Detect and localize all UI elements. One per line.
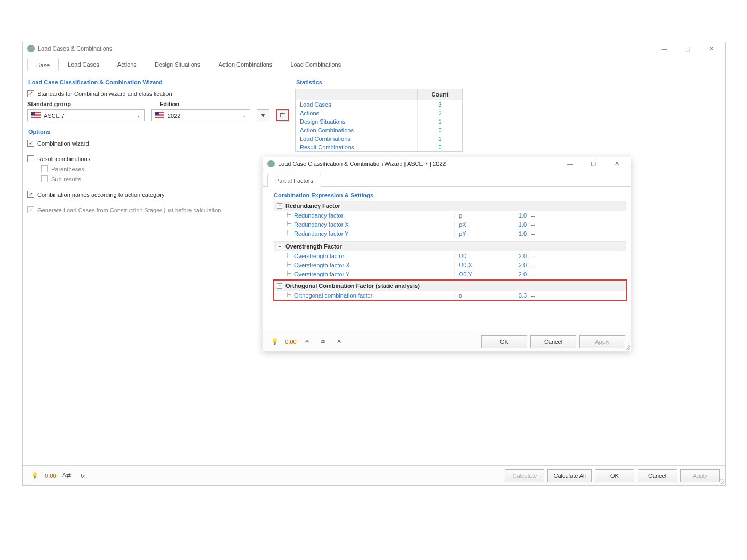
sub-results-row: Sub-results <box>27 174 289 184</box>
flag-us-icon <box>31 112 41 118</box>
main-titlebar: Load Cases & Combinations — ▢ ✕ <box>23 42 725 55</box>
cancel-button[interactable]: Cancel <box>638 469 677 482</box>
standard-dropdown-row: ASCE 7 ⌄ 2022 ⌄ ▼ 🗔 <box>27 109 289 121</box>
edition-dropdown[interactable]: 2022 ⌄ <box>151 109 250 121</box>
delete-icon[interactable]: ✕ <box>332 336 345 348</box>
new-icon[interactable]: ✳ <box>300 336 313 348</box>
stats-title: Statistics <box>295 76 463 89</box>
standards-checkbox-row[interactable]: Standards for Combination wizard and cla… <box>27 89 289 99</box>
statistics-table: Count Load Cases3 Actions2 Design Situat… <box>295 89 463 152</box>
standards-label: Standards for Combination wizard and cla… <box>37 91 172 97</box>
sub-window-title: Load Case Classification & Combination W… <box>278 161 558 167</box>
factor-row[interactable]: ⊢Overstrength factorΩ02.0-- <box>274 251 626 260</box>
close-button[interactable]: ✕ <box>700 43 723 54</box>
units-icon[interactable]: 0.00 <box>44 470 57 482</box>
factor-row[interactable]: ⊢Overstrength factor YΩ0,Y2.0-- <box>274 269 626 278</box>
stats-count-header: Count <box>417 89 462 100</box>
tab-action-combinations[interactable]: Action Combinations <box>209 57 281 71</box>
app-icon <box>27 45 35 52</box>
factor-row[interactable]: ⊢Redundancy factorρ1.0-- <box>274 211 626 220</box>
factor-tree: Combination Expression & Settings − Redu… <box>263 187 631 305</box>
resize-grip[interactable] <box>624 345 630 350</box>
tab-actions[interactable]: Actions <box>108 57 146 71</box>
result-combos-checkbox[interactable] <box>27 155 34 162</box>
sub-ok-button[interactable]: OK <box>481 335 527 348</box>
text-tool-icon[interactable]: A⇄ <box>60 470 73 482</box>
names-by-category-row[interactable]: Combination names according to action ca… <box>27 189 289 199</box>
std-group-label: Standard group <box>27 101 153 107</box>
calculate-all-button[interactable]: Calculate All <box>547 469 592 482</box>
standards-checkbox[interactable] <box>27 90 34 97</box>
gen-from-stages-checkbox <box>27 206 34 213</box>
options-section-title: Options <box>27 125 289 138</box>
sub-apply-button[interactable]: Apply <box>579 335 625 348</box>
tab-partial-factors[interactable]: Partial Factors <box>267 174 321 187</box>
flag-us-icon <box>155 112 164 118</box>
chevron-down-icon: ⌄ <box>137 113 141 118</box>
result-combos-row[interactable]: Result combinations <box>27 154 289 164</box>
copy-icon[interactable]: ⧉ <box>316 336 329 348</box>
factor-row[interactable]: ⊢Redundancy factor XρX1.0-- <box>274 220 626 229</box>
names-by-category-checkbox[interactable] <box>27 191 34 198</box>
partial-factors-window: Load Case Classification & Combination W… <box>263 157 631 351</box>
combo-wizard-checkbox[interactable] <box>27 140 34 147</box>
tab-design-situations[interactable]: Design Situations <box>146 57 210 71</box>
combo-wizard-row[interactable]: Combination wizard <box>27 138 289 148</box>
maximize-button[interactable]: ▢ <box>676 43 700 54</box>
sub-results-checkbox <box>41 175 48 182</box>
main-title: Load Cases & Combinations <box>38 45 653 52</box>
main-footer: 💡 0.00 A⇄ fx Calculate Calculate All OK … <box>23 465 725 485</box>
edition-label: Edition <box>160 101 251 107</box>
group-orthogonal[interactable]: − Orthogonal Combination Factor (static … <box>274 281 626 291</box>
sub-close-button[interactable]: ✕ <box>605 158 629 170</box>
standard-form-row: Standard group Edition <box>27 101 289 107</box>
function-icon[interactable]: fx <box>76 470 89 482</box>
tab-load-combinations[interactable]: Load Combinations <box>281 57 350 71</box>
main-tabs: Base Load Cases Actions Design Situation… <box>23 55 725 71</box>
help-icon[interactable]: 💡 <box>28 470 41 482</box>
help-icon[interactable]: 💡 <box>268 336 281 348</box>
group-overstrength[interactable]: − Overstrength Factor <box>274 241 626 251</box>
sub-maximize-button[interactable]: ▢ <box>582 158 605 170</box>
collapse-icon[interactable]: − <box>277 283 282 289</box>
collapse-icon[interactable]: − <box>277 244 282 249</box>
parentheses-row: Parentheses <box>27 164 289 174</box>
gen-from-stages-row: Generate Load Cases from Construction St… <box>27 205 289 215</box>
factor-row[interactable]: ⊢Overstrength factor XΩ0,X2.0-- <box>274 260 626 269</box>
tab-load-cases[interactable]: Load Cases <box>59 57 108 71</box>
resize-grip[interactable] <box>719 479 724 484</box>
group-redundancy[interactable]: − Redundancy Factor <box>274 201 626 211</box>
parentheses-checkbox <box>41 165 48 172</box>
group-orthogonal-highlight: − Orthogonal Combination Factor (static … <box>273 279 627 301</box>
collapse-icon[interactable]: − <box>277 203 282 209</box>
filter-button[interactable]: ▼ <box>257 109 269 121</box>
std-group-dropdown[interactable]: ASCE 7 ⌄ <box>27 109 145 121</box>
sub-minimize-button[interactable]: — <box>558 158 582 170</box>
settings-button[interactable]: 🗔 <box>276 109 289 121</box>
ok-button[interactable]: OK <box>595 469 634 482</box>
tab-base[interactable]: Base <box>27 58 59 71</box>
apply-button[interactable]: Apply <box>680 469 720 482</box>
app-icon <box>267 160 275 167</box>
units-icon[interactable]: 0.00 <box>284 336 297 348</box>
left-column: Load Case Classification & Combination W… <box>27 76 289 215</box>
factor-row[interactable]: ⊢Orthogonal combination factorα0.3-- <box>274 291 626 300</box>
sub-cancel-button[interactable]: Cancel <box>530 335 576 348</box>
calculate-button[interactable]: Calculate <box>505 469 544 482</box>
combo-exp-title: Combination Expression & Settings <box>274 189 626 201</box>
wizard-section-title: Load Case Classification & Combination W… <box>27 76 289 89</box>
minimize-button[interactable]: — <box>653 43 676 54</box>
chevron-down-icon: ⌄ <box>242 113 247 118</box>
factor-row[interactable]: ⊢Redundancy factor YρY1.0-- <box>274 229 626 238</box>
sub-footer: 💡 0.00 ✳ ⧉ ✕ OK Cancel Apply <box>263 332 631 351</box>
